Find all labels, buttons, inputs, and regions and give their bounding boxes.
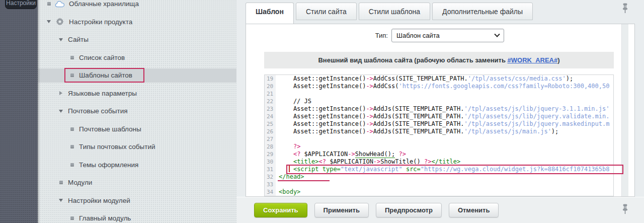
code-text bbox=[276, 181, 279, 188]
settings-rail-button[interactable]: Настройки bbox=[5, 0, 37, 9]
line-number: 31 bbox=[265, 166, 276, 173]
code-line-22: 22 // JS bbox=[265, 98, 613, 105]
sidebar-item-13[interactable]: Главный модуль bbox=[38, 209, 236, 223]
sidebar-item-label: Темы оформления bbox=[79, 161, 138, 169]
sidebar-item-label: Облачные хранилища bbox=[69, 0, 139, 8]
tab-bar: ШаблонСтили сайтаСтили шаблонаДополнител… bbox=[246, 3, 533, 24]
sidebar-item-7[interactable]: Почтовые события bbox=[38, 102, 236, 120]
line-number: 26 bbox=[265, 128, 276, 135]
sidebar-item-label: Сайты bbox=[68, 36, 89, 43]
tab-2[interactable]: Стили сайта bbox=[296, 3, 357, 20]
sidebar-item-5[interactable]: Шаблоны сайтов bbox=[38, 66, 236, 85]
sidebar-item-6[interactable]: Языковые параметры bbox=[38, 85, 236, 103]
collapse-arrow-icon[interactable] bbox=[57, 108, 65, 114]
code-text: <body> bbox=[276, 188, 300, 196]
code-text: </head> bbox=[276, 173, 304, 181]
bullet-icon bbox=[68, 215, 76, 221]
sidebar-item-1[interactable]: Облачные хранилища bbox=[38, 0, 236, 13]
editor-scrollbar[interactable] bbox=[621, 24, 628, 196]
pushpin-icon bbox=[622, 3, 628, 14]
header-text: Внешний вид шаблона сайта (рабочую облас… bbox=[318, 56, 507, 64]
line-number: 22 bbox=[265, 98, 276, 105]
template-form-panel: Тип: Шаблон сайта Внешний вид шаблона са… bbox=[246, 24, 635, 197]
bullet-icon bbox=[57, 180, 65, 186]
code-line-29: 29 <? $APPLICATION->ShowHead(); ?> bbox=[265, 151, 613, 158]
sidebar-item-8[interactable]: Почтовые шаблоны bbox=[38, 120, 236, 138]
sidebar-item-2[interactable]: Настройки продукта bbox=[38, 13, 236, 31]
collapse-arrow-icon[interactable] bbox=[57, 197, 65, 203]
code-line-28: 28 ?> bbox=[265, 143, 613, 151]
code-text: <title><? $APPLICATION->ShowTitle() ?></… bbox=[276, 158, 460, 166]
collapse-arrow-icon[interactable] bbox=[57, 37, 65, 43]
template-type-select[interactable]: Шаблон сайта bbox=[391, 29, 504, 42]
cancel-button[interactable]: Отменить bbox=[449, 203, 499, 217]
pin-icon-top[interactable] bbox=[622, 3, 628, 14]
code-text: Asset::getInstance()->AddJs(SITE_TEMPLAT… bbox=[276, 105, 609, 113]
code-line-31: 31 <script type="text/javascript" src="h… bbox=[265, 166, 613, 173]
template-type-value: Шаблон сайта bbox=[396, 32, 495, 39]
sidebar-tree: Облачные хранилищаНастройки продуктаСайт… bbox=[38, 0, 236, 223]
code-text: Asset::getInstance()->AddJs(SITE_TEMPLAT… bbox=[276, 128, 558, 135]
line-number: 32 bbox=[265, 173, 276, 181]
sidebar-item-12[interactable]: Настройки модулей bbox=[38, 192, 236, 210]
sidebar-item-label: Почтовые события bbox=[68, 107, 128, 115]
line-number: 19 bbox=[265, 75, 276, 83]
tab-1[interactable]: Шаблон bbox=[246, 3, 294, 24]
code-text: Asset::getInstance()->AddCss('https://fo… bbox=[276, 83, 609, 90]
sidebar-item-9[interactable]: Типы почтовых событий bbox=[38, 138, 236, 156]
code-text bbox=[276, 135, 279, 143]
tab-3[interactable]: Стили шаблона bbox=[359, 3, 430, 20]
sidebar-item-label: Почтовые шаблоны bbox=[79, 125, 141, 133]
sidebar-item-label: Модули bbox=[68, 179, 92, 186]
line-number: 30 bbox=[265, 158, 276, 166]
bullet-icon bbox=[68, 144, 76, 150]
code-line-33: 33 bbox=[265, 181, 613, 188]
line-number: 21 bbox=[265, 90, 276, 98]
cloud-icon bbox=[54, 0, 66, 9]
sidebar-item-label: Главный модуль bbox=[79, 214, 131, 222]
line-number: 23 bbox=[265, 105, 276, 113]
code-line-27: 27 bbox=[265, 135, 613, 143]
sidebar-item-label: Список сайтов bbox=[79, 54, 125, 61]
sidebar-item-label: Настройки модулей bbox=[68, 197, 130, 204]
admin-screen: Настройки Облачные хранилищаНастройки пр… bbox=[0, 0, 644, 223]
code-line-21: 21 bbox=[265, 90, 613, 98]
bullet-icon bbox=[68, 126, 76, 132]
code-line-32: 32</head> bbox=[265, 173, 613, 181]
line-number: 24 bbox=[265, 113, 276, 120]
code-editor[interactable]: 19 Asset::getInstance()->AddCss(SITE_TEM… bbox=[264, 75, 614, 196]
sidebar-item-4[interactable]: Список сайтов bbox=[38, 49, 236, 67]
type-row: Тип: Шаблон сайта bbox=[246, 29, 504, 42]
bullet-icon bbox=[68, 162, 76, 168]
tab-4[interactable]: Дополнительные файлы bbox=[432, 3, 533, 20]
expand-arrow-icon[interactable] bbox=[57, 90, 65, 96]
sidebar-item-3[interactable]: Сайты bbox=[38, 31, 236, 49]
pushpin-icon bbox=[622, 204, 628, 214]
line-number: 27 bbox=[265, 135, 276, 143]
pin-icon-bottom[interactable] bbox=[622, 204, 628, 214]
work-area-link[interactable]: #WORK_AREA# bbox=[508, 56, 558, 64]
line-number: 28 bbox=[265, 143, 276, 151]
footer-button-bar: СохранитьПрименитьПредпросмотрОтменить bbox=[236, 197, 644, 223]
code-line-23: 23 Asset::getInstance()->AddJs(SITE_TEMP… bbox=[265, 105, 613, 113]
line-number: 25 bbox=[265, 120, 276, 128]
template-appearance-header: Внешний вид шаблона сайта (рабочую облас… bbox=[264, 52, 614, 68]
header-text-close: ) bbox=[557, 56, 559, 64]
preview-button[interactable]: Предпросмотр bbox=[376, 203, 442, 217]
sidebar-item-11[interactable]: Модули bbox=[38, 174, 236, 192]
apply-button[interactable]: Применить bbox=[314, 203, 369, 217]
line-number: 20 bbox=[265, 83, 276, 90]
chevron-down-icon bbox=[494, 31, 500, 37]
type-label: Тип: bbox=[375, 32, 388, 39]
code-text: // JS bbox=[276, 98, 311, 105]
code-text: Asset::getInstance()->AddCss(SITE_TEMPLA… bbox=[276, 75, 573, 83]
code-line-24: 24 Asset::getInstance()->AddJs(SITE_TEMP… bbox=[265, 113, 613, 120]
collapse-arrow-icon[interactable] bbox=[45, 19, 53, 25]
sidebar-item-label: Настройки продукта bbox=[69, 18, 132, 26]
sidebar-item-label: Шаблоны сайтов bbox=[79, 71, 132, 79]
code-text bbox=[276, 90, 279, 98]
save-button[interactable]: Сохранить bbox=[254, 203, 307, 217]
sidebar-item-label: Языковые параметры bbox=[68, 90, 137, 97]
sidebar-item-10[interactable]: Темы оформления bbox=[38, 156, 236, 174]
line-number: 29 bbox=[265, 151, 276, 158]
